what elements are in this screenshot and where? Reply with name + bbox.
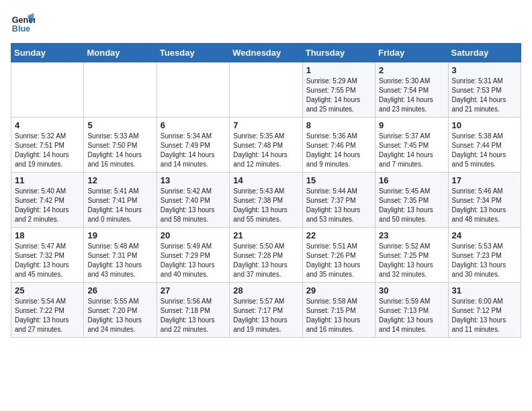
calendar-cell: 1Sunrise: 5:29 AM Sunset: 7:55 PM Daylig… <box>302 62 375 118</box>
calendar-cell: 16Sunrise: 5:45 AM Sunset: 7:35 PM Dayli… <box>375 173 448 228</box>
day-number: 16 <box>379 175 444 185</box>
day-info: Sunrise: 5:54 AM Sunset: 7:22 PM Dayligh… <box>15 297 80 334</box>
day-number: 18 <box>15 230 80 240</box>
calendar-cell: 14Sunrise: 5:43 AM Sunset: 7:38 PM Dayli… <box>230 173 302 228</box>
day-number: 14 <box>233 175 298 185</box>
calendar-cell: 15Sunrise: 5:44 AM Sunset: 7:37 PM Dayli… <box>302 173 375 228</box>
calendar-cell: 13Sunrise: 5:42 AM Sunset: 7:40 PM Dayli… <box>157 173 229 228</box>
day-number: 2 <box>379 65 444 75</box>
calendar-cell: 20Sunrise: 5:49 AM Sunset: 7:29 PM Dayli… <box>157 228 229 283</box>
calendar-cell: 31Sunrise: 6:00 AM Sunset: 7:12 PM Dayli… <box>448 283 521 338</box>
day-header-monday: Monday <box>84 44 157 62</box>
day-number: 19 <box>87 230 152 240</box>
calendar-cell: 18Sunrise: 5:47 AM Sunset: 7:32 PM Dayli… <box>11 228 84 283</box>
day-info: Sunrise: 5:48 AM Sunset: 7:31 PM Dayligh… <box>87 242 152 279</box>
day-number: 4 <box>15 120 80 130</box>
day-info: Sunrise: 5:30 AM Sunset: 7:54 PM Dayligh… <box>379 77 444 114</box>
day-header-thursday: Thursday <box>302 44 375 62</box>
day-number: 15 <box>306 175 371 185</box>
calendar-cell: 28Sunrise: 5:57 AM Sunset: 7:17 PM Dayli… <box>230 283 302 338</box>
calendar-cell <box>157 62 229 118</box>
day-number: 26 <box>87 285 152 295</box>
day-number: 7 <box>233 120 298 130</box>
calendar-cell: 22Sunrise: 5:51 AM Sunset: 7:26 PM Dayli… <box>302 228 375 283</box>
calendar-table: SundayMondayTuesdayWednesdayThursdayFrid… <box>11 43 521 338</box>
day-number: 29 <box>306 285 371 295</box>
day-info: Sunrise: 6:00 AM Sunset: 7:12 PM Dayligh… <box>452 297 517 334</box>
day-info: Sunrise: 5:36 AM Sunset: 7:46 PM Dayligh… <box>306 132 371 169</box>
calendar-cell: 9Sunrise: 5:37 AM Sunset: 7:45 PM Daylig… <box>375 118 448 173</box>
day-info: Sunrise: 5:57 AM Sunset: 7:17 PM Dayligh… <box>233 297 298 334</box>
day-info: Sunrise: 5:56 AM Sunset: 7:18 PM Dayligh… <box>161 297 226 334</box>
day-info: Sunrise: 5:52 AM Sunset: 7:25 PM Dayligh… <box>379 242 444 279</box>
day-info: Sunrise: 5:34 AM Sunset: 7:49 PM Dayligh… <box>161 132 226 169</box>
day-number: 24 <box>452 230 517 240</box>
day-info: Sunrise: 5:35 AM Sunset: 7:48 PM Dayligh… <box>233 132 298 169</box>
day-number: 31 <box>452 285 517 295</box>
calendar-cell: 27Sunrise: 5:56 AM Sunset: 7:18 PM Dayli… <box>157 283 229 338</box>
day-info: Sunrise: 5:43 AM Sunset: 7:38 PM Dayligh… <box>233 187 298 224</box>
day-info: Sunrise: 5:50 AM Sunset: 7:28 PM Dayligh… <box>233 242 298 279</box>
svg-text:Blue: Blue <box>12 24 30 34</box>
calendar-cell: 7Sunrise: 5:35 AM Sunset: 7:48 PM Daylig… <box>230 118 302 173</box>
day-number: 23 <box>379 230 444 240</box>
calendar-cell: 29Sunrise: 5:58 AM Sunset: 7:15 PM Dayli… <box>302 283 375 338</box>
calendar-cell: 10Sunrise: 5:38 AM Sunset: 7:44 PM Dayli… <box>448 118 521 173</box>
day-number: 8 <box>306 120 371 130</box>
day-info: Sunrise: 5:38 AM Sunset: 7:44 PM Dayligh… <box>452 132 517 169</box>
calendar-cell: 8Sunrise: 5:36 AM Sunset: 7:46 PM Daylig… <box>302 118 375 173</box>
page-header: General Blue <box>11 11 521 35</box>
day-info: Sunrise: 5:42 AM Sunset: 7:40 PM Dayligh… <box>161 187 226 224</box>
day-info: Sunrise: 5:47 AM Sunset: 7:32 PM Dayligh… <box>15 242 80 279</box>
day-info: Sunrise: 5:37 AM Sunset: 7:45 PM Dayligh… <box>379 132 444 169</box>
calendar-cell: 2Sunrise: 5:30 AM Sunset: 7:54 PM Daylig… <box>375 62 448 118</box>
day-number: 5 <box>87 120 152 130</box>
logo-icon: General Blue <box>11 11 35 35</box>
day-number: 12 <box>87 175 152 185</box>
day-number: 6 <box>161 120 226 130</box>
day-header-tuesday: Tuesday <box>157 44 229 62</box>
day-info: Sunrise: 5:44 AM Sunset: 7:37 PM Dayligh… <box>306 187 371 224</box>
day-number: 30 <box>379 285 444 295</box>
day-number: 21 <box>233 230 298 240</box>
day-number: 3 <box>452 65 517 75</box>
calendar-cell: 6Sunrise: 5:34 AM Sunset: 7:49 PM Daylig… <box>157 118 229 173</box>
day-info: Sunrise: 5:55 AM Sunset: 7:20 PM Dayligh… <box>87 297 152 334</box>
day-info: Sunrise: 5:33 AM Sunset: 7:50 PM Dayligh… <box>87 132 152 169</box>
calendar-cell: 5Sunrise: 5:33 AM Sunset: 7:50 PM Daylig… <box>84 118 157 173</box>
day-header-friday: Friday <box>375 44 448 62</box>
day-info: Sunrise: 5:29 AM Sunset: 7:55 PM Dayligh… <box>306 77 371 114</box>
day-number: 22 <box>306 230 371 240</box>
calendar-cell: 23Sunrise: 5:52 AM Sunset: 7:25 PM Dayli… <box>375 228 448 283</box>
day-info: Sunrise: 5:32 AM Sunset: 7:51 PM Dayligh… <box>15 132 80 169</box>
calendar-cell: 21Sunrise: 5:50 AM Sunset: 7:28 PM Dayli… <box>230 228 302 283</box>
day-number: 25 <box>15 285 80 295</box>
day-header-wednesday: Wednesday <box>230 44 302 62</box>
calendar-cell: 24Sunrise: 5:53 AM Sunset: 7:23 PM Dayli… <box>448 228 521 283</box>
day-info: Sunrise: 5:41 AM Sunset: 7:41 PM Dayligh… <box>87 187 152 224</box>
day-info: Sunrise: 5:49 AM Sunset: 7:29 PM Dayligh… <box>161 242 226 279</box>
calendar-cell: 3Sunrise: 5:31 AM Sunset: 7:53 PM Daylig… <box>448 62 521 118</box>
day-number: 11 <box>15 175 80 185</box>
logo: General Blue <box>11 11 38 35</box>
day-number: 1 <box>306 65 371 75</box>
calendar-cell: 30Sunrise: 5:59 AM Sunset: 7:13 PM Dayli… <box>375 283 448 338</box>
calendar-cell: 12Sunrise: 5:41 AM Sunset: 7:41 PM Dayli… <box>84 173 157 228</box>
day-header-sunday: Sunday <box>11 44 84 62</box>
calendar-cell: 17Sunrise: 5:46 AM Sunset: 7:34 PM Dayli… <box>448 173 521 228</box>
day-info: Sunrise: 5:51 AM Sunset: 7:26 PM Dayligh… <box>306 242 371 279</box>
day-number: 28 <box>233 285 298 295</box>
day-info: Sunrise: 5:59 AM Sunset: 7:13 PM Dayligh… <box>379 297 444 334</box>
day-number: 9 <box>379 120 444 130</box>
calendar-cell: 11Sunrise: 5:40 AM Sunset: 7:42 PM Dayli… <box>11 173 84 228</box>
calendar-cell: 25Sunrise: 5:54 AM Sunset: 7:22 PM Dayli… <box>11 283 84 338</box>
calendar-cell: 26Sunrise: 5:55 AM Sunset: 7:20 PM Dayli… <box>84 283 157 338</box>
day-info: Sunrise: 5:46 AM Sunset: 7:34 PM Dayligh… <box>452 187 517 224</box>
day-info: Sunrise: 5:53 AM Sunset: 7:23 PM Dayligh… <box>452 242 517 279</box>
day-info: Sunrise: 5:40 AM Sunset: 7:42 PM Dayligh… <box>15 187 80 224</box>
day-info: Sunrise: 5:58 AM Sunset: 7:15 PM Dayligh… <box>306 297 371 334</box>
day-number: 20 <box>161 230 226 240</box>
day-number: 17 <box>452 175 517 185</box>
calendar-cell <box>11 62 84 118</box>
day-info: Sunrise: 5:31 AM Sunset: 7:53 PM Dayligh… <box>452 77 517 114</box>
